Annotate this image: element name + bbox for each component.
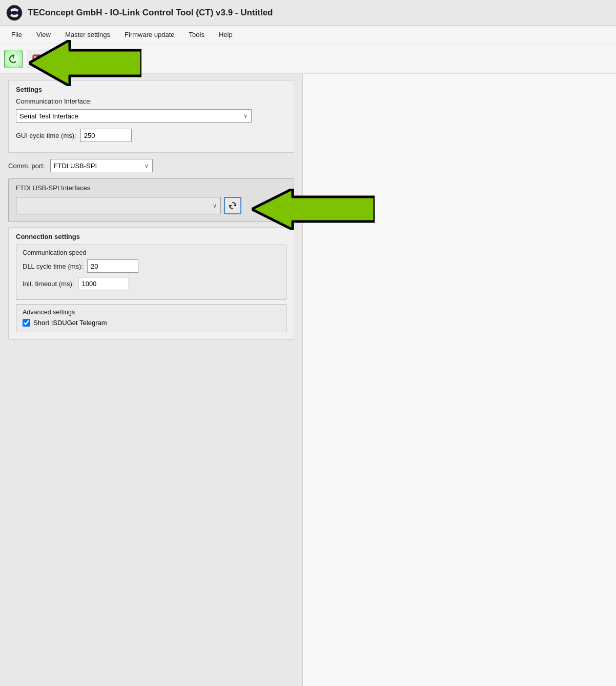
dll-cycle-label: DLL cycle time (ms): [23,263,83,270]
comm-interface-label: Communication Interface: [16,97,92,105]
menu-tools[interactable]: Tools [182,29,212,41]
toolbar [0,44,616,74]
svg-point-15 [113,56,115,58]
svg-line-14 [109,62,110,63]
app-logo [6,5,23,21]
init-timeout-row: Init. timeout (ms): [23,277,280,290]
dll-cycle-input[interactable] [87,259,138,273]
menu-master-settings[interactable]: Master settings [58,29,117,41]
settings-section: Settings Communication Interface: Serial… [8,80,294,153]
toolbar-separator-2 [98,52,98,66]
svg-line-12 [109,57,113,62]
ftdi-interface-select[interactable] [16,197,221,214]
comm-interface-row: Communication Interface: [16,97,286,105]
menu-bar: File View Master settings Firmware updat… [0,26,616,44]
app-title: TEConcept GmbH - IO-Link Control Tool (C… [28,8,273,18]
gui-cycle-input[interactable] [80,129,132,142]
right-panel [302,74,616,686]
init-timeout-label: Init. timeout (ms): [23,280,74,288]
comm-interface-select-wrapper: Serial Test Interface [16,109,252,123]
short-isdu-row: Short ISDUGet Telegram [23,319,280,327]
short-isdu-checkbox[interactable] [23,319,30,327]
menu-help[interactable]: Help [212,29,240,41]
connection-title: Connection settings [16,233,286,240]
gui-cycle-row: GUI cycle time (ms): [16,129,286,142]
toolbar-separator-1 [50,52,51,66]
main-content: Settings Communication Interface: Serial… [0,74,616,686]
comm-interface-select-row: Serial Test Interface [16,109,286,123]
comm-speed-title: Communication speed [23,249,280,256]
left-panel: Settings Communication Interface: Serial… [0,74,302,686]
svg-point-9 [80,55,89,63]
advanced-settings-title: Advanced settings [23,309,280,316]
comm-interface-select[interactable]: Serial Test Interface [16,109,252,123]
refresh-button[interactable] [224,197,241,214]
svg-rect-19 [133,59,136,63]
ftdi-title: FTDI USB-SPI Interfaces [16,184,286,192]
gui-cycle-label: GUI cycle time (ms): [16,132,76,139]
svg-rect-11 [85,57,87,61]
svg-rect-18 [129,59,132,63]
power-button[interactable] [4,50,23,68]
advanced-settings-group: Advanced settings Short ISDUGet Telegram [16,304,286,332]
pause-button[interactable] [75,50,94,68]
title-bar: TEConcept GmbH - IO-Link Control Tool (C… [0,0,616,26]
comm-port-label: Comm. port: [8,162,45,170]
short-isdu-label: Short ISDUGet Telegram [33,319,107,327]
ftdi-interface-row [16,197,286,214]
ftdi-select-wrapper [16,197,221,214]
grid-button[interactable] [123,50,141,68]
comm-port-row: Comm. port: FTDI USB-SPI [8,158,294,173]
edit-button[interactable] [102,50,121,68]
menu-firmware-update[interactable]: Firmware update [117,29,182,41]
comm-port-select-wrapper: FTDI USB-SPI [50,159,153,172]
svg-rect-17 [133,55,136,58]
play-button[interactable] [55,50,73,68]
init-timeout-input[interactable] [78,277,129,290]
svg-point-0 [7,5,22,21]
menu-file[interactable]: File [4,29,29,41]
comm-port-select[interactable]: FTDI USB-SPI [50,159,153,172]
dll-cycle-row: DLL cycle time (ms): [23,259,280,273]
ftdi-section: FTDI USB-SPI Interfaces [8,178,294,222]
comm-speed-group: Communication speed DLL cycle time (ms):… [16,245,286,300]
svg-rect-16 [129,55,132,58]
svg-rect-10 [83,57,85,61]
connection-section: Connection settings Communication speed … [8,227,294,340]
stop-button[interactable] [28,50,46,68]
settings-title: Settings [16,86,286,93]
menu-view[interactable]: View [29,29,58,41]
